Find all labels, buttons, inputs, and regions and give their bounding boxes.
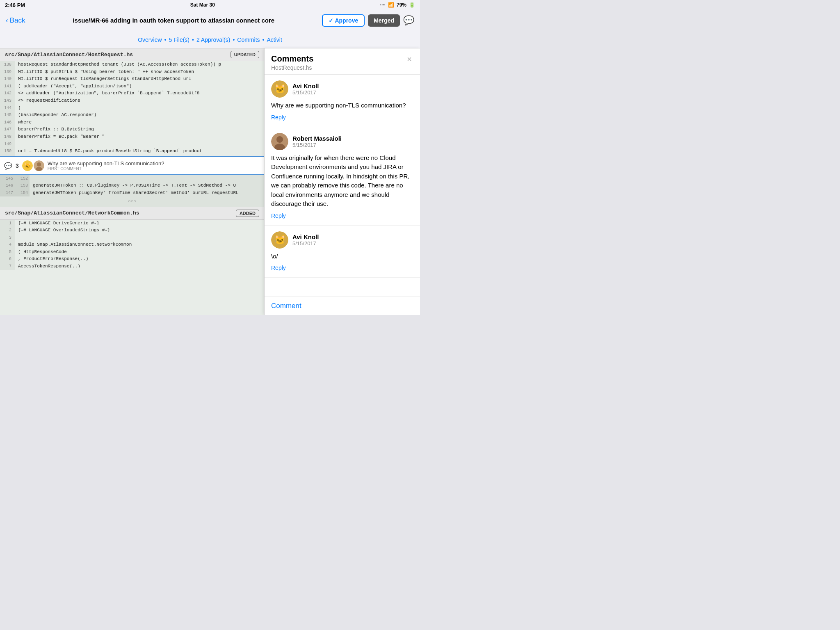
line-number: 5 <box>0 249 15 256</box>
comment-preview-area: Why are we supporting non-TLS communicat… <box>48 160 164 171</box>
code-line: 142 <> addHeader ("Authorization", beare… <box>0 90 264 97</box>
comment-author-row: 🐱 Avi Knoll 5/15/2017 <box>271 80 413 98</box>
code-line: 144 ) <box>0 105 264 112</box>
line-code: where <box>15 119 32 126</box>
line-number: 1 <box>0 220 15 227</box>
comment-item: 🐱 Avi Knoll 5/15/2017 \o/ Reply <box>265 226 420 278</box>
comment-first-label: FIRST COMMENT <box>48 167 164 171</box>
code-line: 148 bearerPrefix = BC.pack "Bearer " <box>0 133 264 141</box>
code-line: 150 url = T.decodeUtf8 $ BC.pack product… <box>0 148 264 155</box>
svg-text:🐱: 🐱 <box>274 234 286 245</box>
page-title: Issue/MR-66 adding in oauth token suppor… <box>29 16 318 25</box>
tab-activity[interactable]: Activit <box>267 37 282 43</box>
top-nav: ‹ Back Issue/MR-66 adding in oauth token… <box>0 10 420 31</box>
line-code: module Snap.AtlassianConnect.NetworkComm… <box>15 241 132 249</box>
tab-overview[interactable]: Overview <box>138 37 162 43</box>
tab-files[interactable]: 5 File(s) <box>169 37 189 43</box>
code-line: 138hostRequest standardHttpMethod tenant… <box>0 61 264 68</box>
approve-button[interactable]: ✓ Approve <box>322 14 365 27</box>
code-line: 143 <> requestModifications <box>0 97 264 105</box>
code-line: 140 MI.liftIO $ runRequest tlsManagerSet… <box>0 75 264 83</box>
line-number: 146 <box>0 119 15 126</box>
comment-meta: Robert Massaioli 5/15/2017 <box>292 135 342 148</box>
battery-label: 79% <box>397 2 406 8</box>
file1-path: src/Snap/AtlassianConnect/HostRequest.hs <box>5 52 133 58</box>
comment-button[interactable]: Comment <box>271 302 301 310</box>
code-line: 5 ( HttpResponseCode <box>0 249 264 256</box>
tab-commits[interactable]: Commits <box>237 37 260 43</box>
comments-header: Comments HostRequest.hs × <box>265 48 420 75</box>
nav-actions: ✓ Approve Merged 💬 <box>322 14 414 27</box>
line-number: 145 <box>0 112 15 119</box>
battery-icon: 🔋 <box>409 2 415 8</box>
code-line: 147 bearerPrefix :: B.ByteString <box>0 126 264 133</box>
line-code: {-# LANGUAGE DeriveGeneric #-} <box>15 220 99 227</box>
comment-author-name: Avi Knoll <box>292 82 319 89</box>
status-time: 2:46 PM <box>5 2 25 8</box>
line-code: MI.liftIO $ putStrLn $ "Using bearer tok… <box>15 68 194 76</box>
line-code: ) <box>15 105 21 112</box>
close-button[interactable]: × <box>405 54 413 64</box>
chat-icon[interactable]: 💬 <box>403 15 414 26</box>
status-icons: ···· 📶 79% 🔋 <box>380 2 415 8</box>
signal-icon: ···· <box>380 2 386 8</box>
line-code: <> addHeader ("Authorization", bearerPre… <box>15 90 199 97</box>
line-code: <> requestModifications <box>15 97 80 105</box>
code-line: 3 <box>0 234 264 241</box>
file2-badge: ADDED <box>236 210 259 217</box>
line-code: (basicResponder AC.responder) <box>15 112 96 119</box>
reply-button[interactable]: Reply <box>271 114 286 121</box>
comment-author-row: Robert Massaioli 5/15/2017 <box>271 133 413 150</box>
line-code: AccessTokenResponse(..) <box>15 263 80 270</box>
code-block-2: 1{-# LANGUAGE DeriveGeneric #-}2{-# LANG… <box>0 220 264 315</box>
comments-title-area: Comments HostRequest.hs <box>271 54 313 71</box>
back-chevron-icon: ‹ <box>6 16 8 25</box>
line-number: 148 <box>0 133 15 141</box>
code-line: 7 AccessTokenResponse(..) <box>0 263 264 270</box>
line-code: MI.liftIO $ runRequest tlsManagerSetting… <box>15 75 191 83</box>
back-button[interactable]: ‹ Back <box>6 16 25 25</box>
file2-header: src/Snap/AtlassianConnect/NetworkCommon.… <box>0 207 264 220</box>
line-code <box>15 141 18 148</box>
tab-approvals[interactable]: 2 Approval(s) <box>196 37 230 43</box>
comment-row[interactable]: 💬 3 🐱 Why are we su <box>0 156 264 175</box>
code-line-pair2: 146 153 generateJWTToken :: CD.PluginKey… <box>0 182 264 189</box>
file2-path: src/Snap/AtlassianConnect/NetworkCommon.… <box>5 210 139 216</box>
code-line: 4module Snap.AtlassianConnect.NetworkCom… <box>0 241 264 249</box>
line-code: {-# LANGUAGE OverloadedStrings #-} <box>15 227 110 234</box>
comment-date: 5/15/2017 <box>292 89 319 96</box>
reply-button[interactable]: Reply <box>271 265 286 271</box>
code-line: 2{-# LANGUAGE OverloadedStrings #-} <box>0 227 264 234</box>
comment-preview-text: Why are we supporting non-TLS communicat… <box>48 160 164 167</box>
merged-button[interactable]: Merged <box>368 14 400 27</box>
line-number: 139 <box>0 68 15 76</box>
main-area: src/Snap/AtlassianConnect/HostRequest.hs… <box>0 48 420 315</box>
line-number: 140 <box>0 75 15 83</box>
comments-footer: Comment <box>265 297 420 315</box>
code-line: 6 , ProductErrorResponse(..) <box>0 256 264 263</box>
line-number: 138 <box>0 61 15 68</box>
comment-avatar-2 <box>34 160 44 171</box>
comment-author-row: 🐱 Avi Knoll 5/15/2017 <box>271 231 413 249</box>
tab-bar: Overview • 5 File(s) • 2 Approval(s) • C… <box>0 31 420 48</box>
comments-panel: Comments HostRequest.hs × 🐱 Avi Knoll 5/… <box>264 48 420 315</box>
ellipsis: ○○○ <box>0 196 264 207</box>
line-code: bearerPrefix :: B.ByteString <box>15 126 94 133</box>
comment-text: It was originally for when there were no… <box>271 153 413 209</box>
svg-text:🐱: 🐱 <box>24 162 31 169</box>
svg-text:🐱: 🐱 <box>274 83 286 94</box>
comment-meta: Avi Knoll 5/15/2017 <box>292 233 319 247</box>
file1-header: src/Snap/AtlassianConnect/HostRequest.hs… <box>0 48 264 61</box>
reply-button[interactable]: Reply <box>271 212 286 219</box>
code-line: 145 (basicResponder AC.responder) <box>0 112 264 119</box>
code-line: 139 MI.liftIO $ putStrLn $ "Using bearer… <box>0 68 264 76</box>
line-code: hostRequest standardHttpMethod tenant (J… <box>15 61 221 68</box>
back-label: Back <box>10 16 25 25</box>
comment-item: 🐱 Avi Knoll 5/15/2017 Why are we support… <box>265 75 420 127</box>
svg-point-3 <box>37 162 41 167</box>
code-line-pair3: 147 154 generateJWTToken pluginKey' from… <box>0 189 264 197</box>
line-code: , ProductErrorResponse(..) <box>15 256 89 263</box>
code-line: 149 <box>0 141 264 148</box>
line-number: 150 <box>0 148 15 155</box>
line-number: 7 <box>0 263 15 270</box>
